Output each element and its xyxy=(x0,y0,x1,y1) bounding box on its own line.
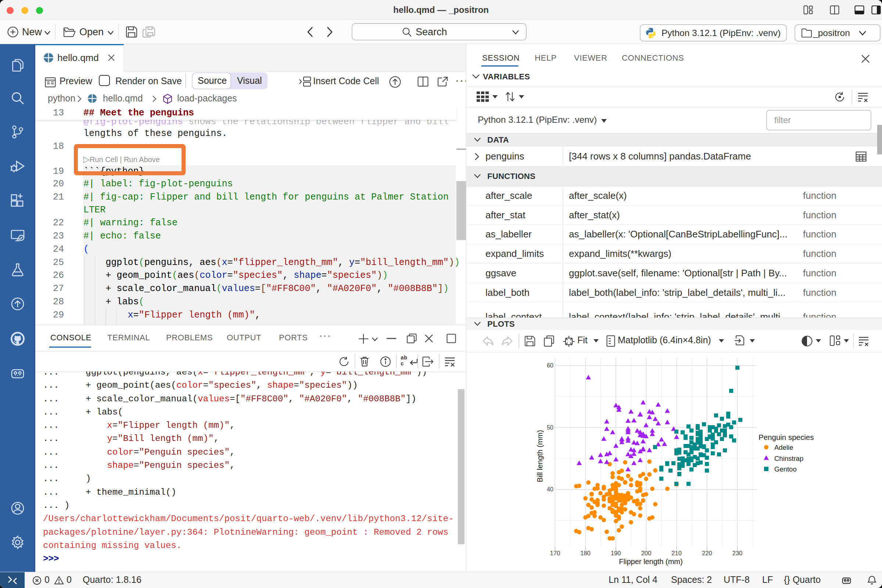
svg-text:170: 170 xyxy=(550,550,560,556)
svg-text:Bill length (mm): Bill length (mm) xyxy=(536,430,544,482)
svg-text:40: 40 xyxy=(547,486,554,492)
svg-text:190: 190 xyxy=(611,550,621,556)
svg-text:180: 180 xyxy=(580,550,591,556)
svg-text:Adelie: Adelie xyxy=(774,444,793,451)
svg-text:230: 230 xyxy=(732,550,743,556)
svg-text:210: 210 xyxy=(671,550,682,556)
svg-text:Penguin species: Penguin species xyxy=(759,433,814,441)
svg-text:60: 60 xyxy=(547,362,554,369)
svg-text:220: 220 xyxy=(702,550,712,556)
svg-text:200: 200 xyxy=(641,550,652,556)
svg-text:Chinstrap: Chinstrap xyxy=(774,454,803,462)
svg-text:Flipper length (mm): Flipper length (mm) xyxy=(619,558,682,566)
svg-text:50: 50 xyxy=(547,424,554,431)
svg-text:Gentoo: Gentoo xyxy=(774,465,797,473)
